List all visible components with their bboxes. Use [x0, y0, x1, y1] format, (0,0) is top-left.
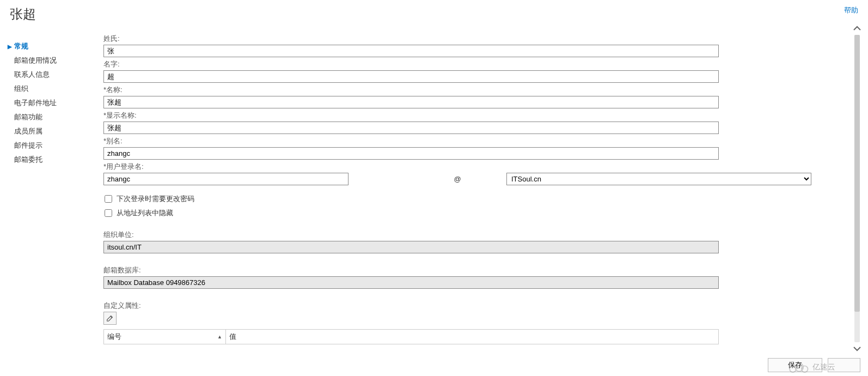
scroll-track[interactable]	[854, 35, 860, 342]
org-unit-label: 组织单位:	[103, 230, 846, 240]
sidebar-item-mailbox-usage[interactable]: ▶ 邮箱使用情况	[8, 53, 93, 68]
first-name-input[interactable]	[103, 70, 719, 83]
page-title: 张超	[10, 5, 36, 23]
cancel-button[interactable]	[828, 358, 860, 372]
table-header-number[interactable]: 编号 ▲	[104, 330, 226, 344]
sidebar-item-mailbox-features[interactable]: ▶ 邮箱功能	[8, 110, 93, 124]
sidebar-item-email-address[interactable]: ▶ 电子邮件地址	[8, 96, 93, 110]
scroll-thumb[interactable]	[854, 35, 860, 312]
sidebar-item-label: 电子邮件地址	[14, 98, 57, 108]
sort-asc-icon: ▲	[217, 334, 222, 339]
main-form: 姓氏: 名字: *名称: *显示名称: *别名:	[93, 23, 846, 354]
sidebar-item-label: 常规	[14, 41, 28, 51]
sidebar-item-label: 邮箱委托	[14, 155, 42, 165]
scroll-down-button[interactable]	[849, 343, 865, 354]
sidebar-nav: ▶ 常规 ▶ 邮箱使用情况 ▶ 联系人信息 ▶ 组织 ▶ 电子邮件地址 ▶ 邮箱…	[0, 23, 93, 354]
change-password-checkbox[interactable]	[105, 195, 112, 203]
mailbox-db-label: 邮箱数据库:	[103, 265, 846, 275]
alias-label: *别名:	[103, 136, 846, 146]
sidebar-item-mail-tip[interactable]: ▶ 邮件提示	[8, 138, 93, 153]
sidebar-item-label: 组织	[14, 84, 28, 94]
org-unit-input	[103, 241, 719, 253]
login-domain-select[interactable]: ITSoul.cn	[506, 173, 811, 185]
custom-attr-label: 自定义属性:	[103, 301, 846, 311]
display-name-label: *显示名称:	[103, 111, 846, 120]
hide-from-addresslist-checkbox[interactable]	[105, 209, 112, 217]
name-label: *名称:	[103, 85, 846, 95]
login-user-input[interactable]	[103, 173, 349, 185]
name-input[interactable]	[103, 96, 719, 108]
chevron-down-icon	[853, 346, 861, 351]
sidebar-item-label: 邮箱使用情况	[14, 56, 57, 65]
active-arrow-icon: ▶	[8, 44, 13, 50]
edit-custom-attr-button[interactable]	[103, 312, 117, 325]
scroll-up-button[interactable]	[849, 23, 865, 34]
change-password-label[interactable]: 下次登录时需要更改密码	[117, 194, 194, 204]
table-header-value[interactable]: 值	[226, 330, 718, 344]
sidebar-item-label: 邮件提示	[14, 141, 42, 150]
help-link[interactable]: 帮助	[844, 5, 858, 15]
first-name-label: 名字:	[103, 59, 846, 69]
save-button[interactable]: 保存	[768, 358, 822, 372]
last-name-label: 姓氏:	[103, 34, 846, 44]
scrollbar[interactable]	[846, 23, 868, 354]
sidebar-item-label: 成员所属	[14, 126, 42, 136]
chevron-up-icon	[853, 26, 861, 31]
sidebar-item-label: 邮箱功能	[14, 112, 42, 122]
login-name-label: *用户登录名:	[103, 162, 846, 172]
alias-input[interactable]	[103, 147, 719, 160]
at-symbol: @	[436, 175, 479, 183]
display-name-input[interactable]	[103, 122, 719, 134]
pencil-icon	[106, 314, 114, 322]
sidebar-item-contact-info[interactable]: ▶ 联系人信息	[8, 68, 93, 82]
mailbox-db-input	[103, 276, 719, 289]
last-name-input[interactable]	[103, 45, 719, 57]
sidebar-item-member-of[interactable]: ▶ 成员所属	[8, 124, 93, 138]
sidebar-item-label: 联系人信息	[14, 70, 50, 80]
hide-from-addresslist-label[interactable]: 从地址列表中隐藏	[117, 208, 173, 218]
sidebar-item-mailbox-delegation[interactable]: ▶ 邮箱委托	[8, 153, 93, 167]
custom-attr-table: 编号 ▲ 值	[103, 329, 719, 344]
sidebar-item-general[interactable]: ▶ 常规	[8, 39, 93, 53]
sidebar-item-organization[interactable]: ▶ 组织	[8, 82, 93, 96]
